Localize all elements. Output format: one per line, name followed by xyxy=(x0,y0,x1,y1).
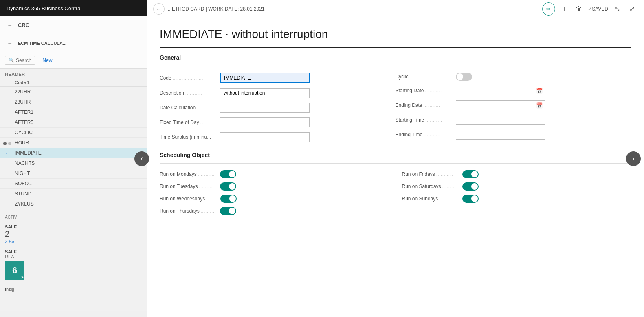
scheduling-section-title: Scheduling Object xyxy=(160,152,631,158)
list-item[interactable]: HOUR xyxy=(0,138,147,148)
modal-delete-button[interactable]: 🗑 xyxy=(573,3,585,15)
starting-time-field-row: Starting Time ........... xyxy=(396,115,631,125)
thursdays-toggle[interactable] xyxy=(220,207,236,215)
activity-section: Activ xyxy=(0,213,147,222)
col1-header xyxy=(0,78,11,87)
modal-body: General Code ..................... xyxy=(147,48,644,317)
list-item[interactable]: 22UHR xyxy=(0,87,147,97)
modal-back-button[interactable]: ← xyxy=(153,3,165,15)
search-icon: 🔍 xyxy=(9,58,14,63)
list-item-arrow xyxy=(0,117,11,128)
list-item[interactable]: NIGHT xyxy=(0,168,147,179)
big-number-arrow: > xyxy=(21,275,24,279)
cyclic-slider xyxy=(456,73,472,81)
left-back-button[interactable]: ← xyxy=(5,20,15,30)
cyclic-toggle[interactable] xyxy=(456,73,472,81)
list-item-arrow xyxy=(0,179,11,189)
fridays-toggle[interactable] xyxy=(462,170,479,178)
sundays-toggle[interactable] xyxy=(462,195,479,203)
list-item-code: ZYKLUS xyxy=(11,199,147,209)
list-item-arrow xyxy=(0,107,11,117)
date-calc-input[interactable] xyxy=(220,103,310,113)
ending-date-calendar-icon[interactable]: 📅 xyxy=(534,102,545,109)
main-layout: ← CRC ← ECM TIME CALCULA... 🔍 Search + N… xyxy=(0,16,644,317)
list-item[interactable]: SOFO... xyxy=(0,179,147,189)
ending-time-dots: ........... xyxy=(424,133,441,137)
form-col-right: Cyclic ..................... Starting Da… xyxy=(396,73,631,142)
ending-date-input-wrapper: 📅 xyxy=(456,100,545,110)
list-item-code: NIGHT xyxy=(11,168,147,179)
tuesdays-label: Run on Tuesdays ......... xyxy=(160,184,217,189)
left-sub-bar: 🔍 Search + New xyxy=(0,52,147,69)
fixed-time-input[interactable] xyxy=(220,117,310,127)
code-input[interactable] xyxy=(220,73,310,83)
list-item-code: AFTER5 xyxy=(11,117,147,128)
left-ecm-bar: ← ECM TIME CALCULA... xyxy=(0,34,147,52)
modal-expand-button[interactable]: ⤡ xyxy=(611,3,623,15)
modal-topbar-actions: ✏ + 🗑 ✓SAVED ⤡ ⤢ xyxy=(542,2,637,16)
list-item[interactable]: ZYKLUS xyxy=(0,199,147,209)
modal-fullscreen-button[interactable]: ⤢ xyxy=(626,3,637,15)
list-item[interactable]: NACHTS xyxy=(0,158,147,168)
general-section-title: General xyxy=(160,54,631,61)
form-grid: Code ..................... Description .… xyxy=(160,73,631,142)
app-title: Dynamics 365 Business Central xyxy=(7,5,81,11)
number-2: 2 xyxy=(5,229,142,239)
list-item[interactable]: STUND... xyxy=(0,189,147,199)
insight-label: Insig xyxy=(5,287,142,292)
list-item-arrow xyxy=(0,87,11,97)
starting-date-calendar-icon[interactable]: 📅 xyxy=(534,88,545,94)
list-item[interactable]: CYCLIC xyxy=(0,128,147,138)
schedule-grid: Run on Mondays ........... Run on Friday… xyxy=(160,170,631,215)
fridays-label: Run on Fridays ........... xyxy=(402,171,459,177)
list-item-code: AFTER1 xyxy=(11,107,147,117)
tuesdays-toggle[interactable] xyxy=(220,182,236,191)
description-label: Description ........... xyxy=(160,90,217,96)
starting-date-field-row: Starting Date ........... 📅 xyxy=(396,86,631,95)
sundays-slider xyxy=(462,195,479,203)
thursdays-slider xyxy=(220,207,236,215)
chevron-left-button[interactable]: ‹ xyxy=(134,151,149,166)
fixed-time-dots: ... xyxy=(200,120,205,125)
left-ecm-back-button[interactable]: ← xyxy=(5,38,15,48)
starting-time-dots: ........... xyxy=(425,118,442,122)
starting-date-input[interactable] xyxy=(456,86,534,95)
list-item-arrow xyxy=(0,199,11,209)
fridays-slider xyxy=(462,170,479,178)
modal-edit-button[interactable]: ✏ xyxy=(542,2,555,16)
wednesdays-label: Run on Wednesdays ....... xyxy=(160,196,217,202)
list-item[interactable]: AFTER5 xyxy=(0,117,147,128)
list-item[interactable]: AFTER1 xyxy=(0,107,147,117)
add-icon: + xyxy=(563,5,566,13)
list-item-arrow: → xyxy=(0,148,11,158)
list-item[interactable]: →IMMEDIATE xyxy=(0,148,147,158)
new-button[interactable]: + New xyxy=(38,58,52,63)
description-input[interactable] xyxy=(220,88,310,98)
sundays-row: Run on Sundays ........... xyxy=(402,195,631,203)
date-calc-label: Date Calculation ... xyxy=(160,105,217,111)
list-item[interactable]: 23UHR xyxy=(0,97,147,107)
search-label: Search xyxy=(16,58,31,63)
section-header: HEADER xyxy=(0,69,147,78)
wednesdays-slider xyxy=(220,195,237,203)
sales-section: SALE 2 > Se xyxy=(0,222,147,247)
mondays-toggle[interactable] xyxy=(220,170,236,178)
saturdays-toggle[interactable] xyxy=(462,182,479,191)
ending-time-input[interactable] xyxy=(456,130,545,140)
starting-date-label: Starting Date ........... xyxy=(396,88,453,93)
chevron-right-button[interactable]: › xyxy=(626,151,641,166)
modal-panel: ← ...ETHOD CARD | WORK DATE: 28.01.2021 … xyxy=(147,0,644,317)
read-label: REA xyxy=(5,254,142,259)
expand-icon: ⤡ xyxy=(615,5,620,13)
cyclic-field-row: Cyclic ..................... xyxy=(396,73,631,81)
wednesdays-toggle[interactable] xyxy=(220,195,237,203)
time-surplus-input[interactable] xyxy=(220,132,310,142)
ending-date-input[interactable] xyxy=(456,101,534,110)
modal-add-button[interactable]: + xyxy=(558,3,570,15)
fridays-row: Run on Fridays ........... xyxy=(402,170,631,178)
see-label[interactable]: > Se xyxy=(5,239,14,244)
sales2-label: SALE xyxy=(5,249,142,254)
starting-time-input[interactable] xyxy=(456,115,545,125)
cyclic-label: Cyclic ..................... xyxy=(396,74,453,80)
search-box[interactable]: 🔍 Search xyxy=(5,56,35,65)
